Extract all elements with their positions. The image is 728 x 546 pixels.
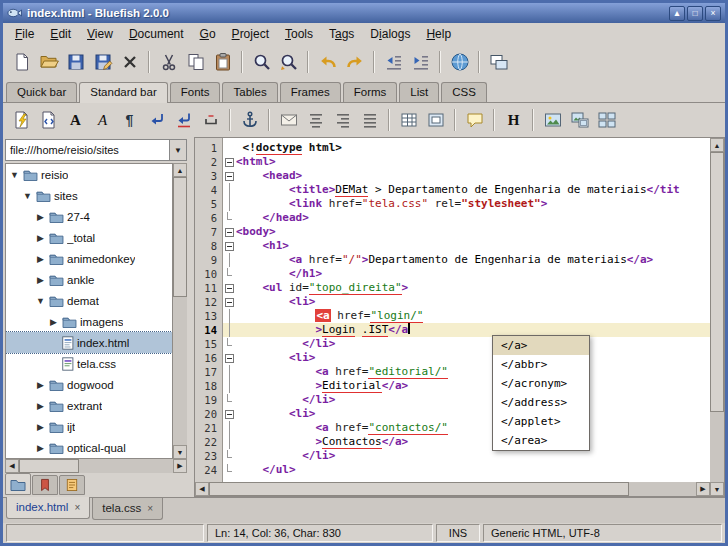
code-line-11[interactable]: 11<ul id="topo_direita"> <box>195 281 710 295</box>
code-line-9[interactable]: 9<a href="/">Departamento de Engenharia … <box>195 253 710 267</box>
scroll-thumb[interactable] <box>173 177 187 297</box>
code-line-13[interactable]: 13<a href="login/" <box>195 309 710 323</box>
menu-go[interactable]: Go <box>192 24 224 44</box>
toolbar-tab-standard-bar[interactable]: Standard bar <box>79 82 168 103</box>
code-line-17[interactable]: 17<a href="editorial/" <box>195 365 710 379</box>
code-line-23[interactable]: 23</li> <box>195 449 710 463</box>
snippets-tab[interactable] <box>59 475 85 495</box>
table-button[interactable] <box>395 107 422 134</box>
code-lines[interactable]: 1<!doctype html>2<html>3<head>4<title>DE… <box>195 138 710 482</box>
toolbar-tab-fonts[interactable]: Fonts <box>170 82 221 102</box>
scroll-down-icon[interactable]: ▼ <box>173 445 187 459</box>
scroll-thumb[interactable] <box>710 152 724 412</box>
menu-view[interactable]: View <box>79 24 121 44</box>
toolbar-tab-list[interactable]: List <box>399 82 439 102</box>
expand-expander-icon[interactable]: ▶ <box>35 254 46 264</box>
menu-dialogs[interactable]: Dialogs <box>362 24 418 44</box>
tree-item-imagens[interactable]: ▶imagens <box>6 311 172 332</box>
non-breaking-space-button[interactable] <box>197 107 224 134</box>
copy-button[interactable] <box>182 49 209 76</box>
break-clear-button[interactable] <box>170 107 197 134</box>
scroll-down-icon[interactable]: ▼ <box>710 482 724 496</box>
bold-button[interactable]: A <box>62 107 89 134</box>
justify-button[interactable] <box>356 107 383 134</box>
sidebar-horizontal-scrollbar[interactable]: ◀ ▶ <box>5 459 187 473</box>
fold-collapse-icon[interactable] <box>223 225 236 239</box>
tree-item-27-4[interactable]: ▶27-4 <box>6 206 172 227</box>
expand-expander-icon[interactable]: ▶ <box>35 422 46 432</box>
menu-tools[interactable]: Tools <box>277 24 321 44</box>
code-line-15[interactable]: 15</li> <box>195 337 710 351</box>
tree-item-sites[interactable]: ▼sites <box>6 185 172 206</box>
code-line-16[interactable]: 16<li> <box>195 351 710 365</box>
scroll-right-icon[interactable]: ▶ <box>173 459 187 473</box>
code-line-24[interactable]: 24</ul> <box>195 463 710 477</box>
indent-button[interactable] <box>407 49 434 76</box>
editor-vertical-scrollbar[interactable]: ▲ ▼ <box>710 138 724 496</box>
document-tab-tela.css[interactable]: tela.css× <box>92 498 163 520</box>
fold-collapse-icon[interactable] <box>223 155 236 169</box>
code-line-14[interactable]: 14>Login .IST</a <box>195 323 710 337</box>
location-entry[interactable]: file:///home/reisio/sites <box>5 139 170 161</box>
tree-item-index.html[interactable]: index.html <box>6 332 172 353</box>
body-button[interactable] <box>35 107 62 134</box>
find-replace-button[interactable] <box>275 49 302 76</box>
scroll-thumb[interactable] <box>209 482 629 496</box>
tree-item-_total[interactable]: ▶_total <box>6 227 172 248</box>
menu-file[interactable]: File <box>7 24 42 44</box>
code-line-18[interactable]: 18>Editorial</a> <box>195 379 710 393</box>
autocomplete-item[interactable]: </abbr> <box>493 355 589 374</box>
code-line-19[interactable]: 19</li> <box>195 393 710 407</box>
undo-button[interactable] <box>314 49 341 76</box>
toolbar-tab-css[interactable]: CSS <box>441 82 487 102</box>
anchor-button[interactable] <box>236 107 263 134</box>
quickstart-button[interactable] <box>8 107 35 134</box>
scroll-left-icon[interactable]: ◀ <box>5 459 19 473</box>
fold-collapse-icon[interactable] <box>223 169 236 183</box>
code-line-10[interactable]: 10</h1> <box>195 267 710 281</box>
code-line-6[interactable]: 6</head> <box>195 211 710 225</box>
scroll-up-icon[interactable]: ▲ <box>173 163 187 177</box>
tree-item-ankle[interactable]: ▶ankle <box>6 269 172 290</box>
editor[interactable]: 1<!doctype html>2<html>3<head>4<title>DE… <box>194 137 725 497</box>
tree-item-tela.css[interactable]: tela.css <box>6 353 172 374</box>
redo-button[interactable] <box>341 49 368 76</box>
autocomplete-item[interactable]: </acronym> <box>493 374 589 393</box>
expand-expander-icon[interactable]: ▶ <box>35 212 46 222</box>
expand-expander-icon[interactable]: ▶ <box>35 401 46 411</box>
editor-horizontal-scrollbar[interactable]: ◀ ▶ <box>195 482 710 496</box>
cut-button[interactable] <box>155 49 182 76</box>
menu-document[interactable]: Document <box>121 24 192 44</box>
insert-image-button[interactable] <box>539 107 566 134</box>
code-line-2[interactable]: 2<html> <box>195 155 710 169</box>
thumbnail-button[interactable] <box>566 107 593 134</box>
code-line-22[interactable]: 22>Contactos</a> <box>195 435 710 449</box>
save-as-button[interactable] <box>89 49 116 76</box>
expand-expander-icon[interactable]: ▶ <box>35 233 46 243</box>
menu-project[interactable]: Project <box>224 24 277 44</box>
collapse-expander-icon[interactable]: ▼ <box>9 170 20 180</box>
open-file-button[interactable] <box>35 49 62 76</box>
code-line-8[interactable]: 8<h1> <box>195 239 710 253</box>
expand-expander-icon[interactable]: ▶ <box>48 317 59 327</box>
tree-item-ijt[interactable]: ▶ijt <box>6 416 172 437</box>
break-button[interactable] <box>143 107 170 134</box>
italic-button[interactable]: A <box>89 107 116 134</box>
combo-dropdown-button[interactable]: ▼ <box>170 139 187 161</box>
paste-button[interactable] <box>209 49 236 76</box>
fold-collapse-icon[interactable] <box>223 407 236 421</box>
filebrowser-tab[interactable] <box>5 473 31 495</box>
tree-item-extrant[interactable]: ▶extrant <box>6 395 172 416</box>
toolbar-tab-quick-bar[interactable]: Quick bar <box>6 82 77 102</box>
window-shade-button[interactable]: ▲ <box>669 6 685 21</box>
code-line-20[interactable]: 20<li> <box>195 407 710 421</box>
frame-button[interactable] <box>422 107 449 134</box>
toolbar-tab-tables[interactable]: Tables <box>222 82 277 102</box>
save-button[interactable] <box>62 49 89 76</box>
location-combo[interactable]: file:///home/reisio/sites ▼ <box>5 139 187 161</box>
toolbar-tab-forms[interactable]: Forms <box>343 82 398 102</box>
scroll-up-icon[interactable]: ▲ <box>710 138 724 152</box>
titlebar[interactable]: index.html - Bluefish 2.0.0 ▲□× <box>3 3 725 23</box>
menu-edit[interactable]: Edit <box>42 24 79 44</box>
fold-collapse-icon[interactable] <box>223 281 236 295</box>
